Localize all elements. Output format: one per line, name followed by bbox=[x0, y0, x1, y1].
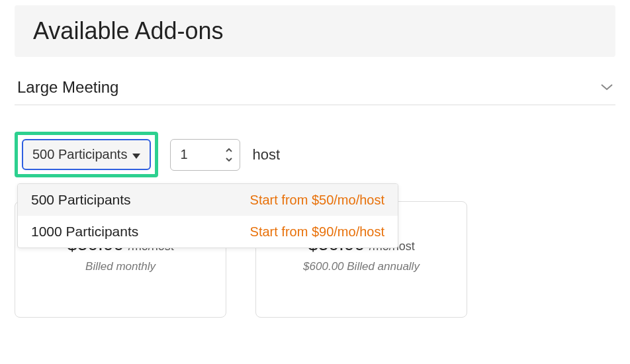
chevron-down-icon bbox=[601, 81, 613, 93]
participants-dropdown[interactable]: 500 Participants bbox=[22, 139, 151, 170]
caret-down-icon bbox=[132, 147, 140, 162]
dropdown-option-label: 500 Participants bbox=[31, 192, 131, 208]
plan-billing: $600.00 Billed annually bbox=[269, 260, 453, 273]
svg-marker-0 bbox=[132, 154, 140, 159]
participants-dropdown-highlight: 500 Participants bbox=[15, 132, 158, 177]
participants-dropdown-panel: 500 Participants Start from $50/mo/host … bbox=[17, 183, 398, 248]
large-meeting-section-header[interactable]: Large Meeting bbox=[15, 73, 615, 105]
dropdown-option-label: 1000 Participants bbox=[31, 224, 138, 240]
dropdown-option-1000[interactable]: 1000 Participants Start from $90/mo/host bbox=[18, 216, 398, 248]
controls-row: 500 Participants host 500 Participants bbox=[15, 132, 615, 177]
addons-header: Available Add-ons bbox=[15, 5, 615, 57]
host-quantity-input[interactable] bbox=[171, 140, 224, 169]
participants-dropdown-label: 500 Participants bbox=[32, 147, 127, 162]
dropdown-option-price: Start from $90/mo/host bbox=[250, 224, 384, 240]
host-quantity-stepper[interactable] bbox=[170, 139, 240, 171]
plan-billing: Billed monthly bbox=[28, 260, 212, 273]
stepper-down-icon[interactable] bbox=[224, 155, 234, 164]
dropdown-option-500[interactable]: 500 Participants Start from $50/mo/host bbox=[18, 184, 398, 216]
section-title: Large Meeting bbox=[17, 78, 118, 97]
addons-header-title: Available Add-ons bbox=[33, 17, 224, 44]
dropdown-option-price: Start from $50/mo/host bbox=[250, 193, 384, 208]
host-label: host bbox=[252, 146, 280, 163]
stepper-up-icon[interactable] bbox=[224, 146, 234, 155]
